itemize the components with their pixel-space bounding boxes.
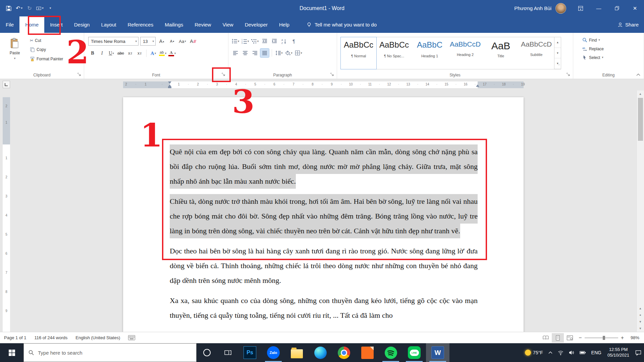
minimize-button[interactable]: — [590,0,608,16]
action-center-button[interactable] [633,343,644,362]
task-view-button[interactable] [217,343,238,362]
clipboard-dialog-launcher[interactable] [76,72,82,77]
font-dialog-launcher[interactable] [221,72,226,77]
word-count-indicator[interactable]: 116 of 244 words [31,335,72,340]
tray-overflow-button[interactable] [546,343,555,362]
bullets-button[interactable]: ▾ [231,37,240,46]
scroll-down-button[interactable]: ▼ [637,325,644,332]
touch-mouse-mode-button[interactable]: ▾ [35,3,45,14]
volume-button[interactable] [566,343,577,362]
styles-scroll-up-button[interactable]: ▲ [554,37,561,48]
clear-formatting-button[interactable]: A [189,37,197,46]
keyboard-indicator[interactable] [124,335,139,340]
ribbon-display-options-button[interactable] [572,0,590,16]
styles-dialog-launcher[interactable] [566,72,571,77]
tab-insert[interactable]: Insert [44,16,68,33]
taskbar-app-chrome[interactable] [332,343,356,362]
zoom-slider[interactable] [585,338,618,338]
align-center-button[interactable] [241,49,250,57]
tell-me-box[interactable]: Tell me what you want to do [307,16,377,33]
hanging-indent-marker[interactable] [168,84,171,87]
taskbar-app-foxit[interactable] [356,343,379,362]
styles-scroll-down-button[interactable]: ▼ [554,48,561,59]
change-case-button[interactable]: Aa▾ [178,37,187,46]
start-button[interactable] [0,343,23,362]
document-paragraph[interactable]: Chiều tà, dòng nước trở thành màu khói t… [170,194,478,238]
select-browse-object-button[interactable]: ● [637,312,644,318]
style-item-no-spacing[interactable]: AaBbCc ¶ No Spac... [376,37,412,69]
avatar[interactable] [555,3,566,14]
styles-more-button[interactable]: ▼̲ [554,58,561,69]
document-page[interactable]: Quê nội của em đẹp bởi có con sông chảy … [123,97,524,332]
save-button[interactable] [4,3,13,14]
share-button[interactable]: Share [618,16,639,33]
horizontal-ruler[interactable]: 2·1·1·2·3·4·5·6·7·8·9·10·11·12·13·14·15·… [123,81,524,88]
close-button[interactable]: ✕ [626,0,644,16]
weather-widget[interactable]: 75°F [522,343,546,362]
taskbar-app-photoshop[interactable]: Ps [238,343,262,362]
tab-mailings[interactable]: Mailings [159,16,189,33]
tab-help[interactable]: Help [273,16,295,33]
tab-review[interactable]: Review [189,16,217,33]
left-indent-marker[interactable] [168,87,171,88]
page-indicator[interactable]: Page 1 of 1 [0,335,31,340]
taskbar-app-file-explorer[interactable] [285,343,309,362]
tab-file[interactable]: File [0,16,19,33]
scroll-up-button[interactable]: ▲ [637,90,644,97]
subscript-button[interactable]: x2 [126,49,135,58]
taskbar-app-zalo[interactable]: Zalo [262,343,285,362]
document-paragraph[interactable]: Dọc theo hai bên bờ sông là hai hàng cây… [170,244,478,288]
document-paragraph[interactable]: Xa xa, sau khúc quanh co của dòng sông, … [170,293,478,323]
style-item-subtitle[interactable]: AaBbCcD Subtitle [519,37,554,69]
multilevel-list-button[interactable]: ▾ [251,37,259,46]
read-mode-button[interactable] [540,333,552,343]
select-button[interactable]: Select ▾ [581,54,644,61]
customize-qat-button[interactable]: ▾ [46,3,55,14]
replace-button[interactable]: ab Replace [581,46,644,52]
taskbar-search[interactable] [23,343,197,362]
next-page-button[interactable]: ▼ [637,318,644,325]
text-effects-button[interactable]: A▾ [149,49,158,58]
grow-font-button[interactable]: A▴ [157,37,166,46]
taskbar-app-line[interactable]: LINE [402,343,426,362]
language-indicator[interactable]: English (United States) [71,335,124,340]
web-layout-button[interactable] [564,333,576,343]
cortana-button[interactable] [197,343,217,362]
superscript-button[interactable]: x2 [135,49,144,58]
style-item-normal[interactable]: AaBbCc ¶ Normal [341,37,376,69]
network-button[interactable] [555,343,566,362]
highlight-button[interactable]: ab ▾ [158,49,167,58]
cut-button[interactable]: ✂Cut [28,38,65,44]
underline-button[interactable]: U▾ [107,49,116,58]
font-size-combo[interactable]: 13 ▾ [140,37,156,46]
tab-view[interactable]: View [217,16,239,33]
paragraph-dialog-launcher[interactable] [329,72,335,77]
shrink-font-button[interactable]: A▾ [168,37,176,46]
zoom-out-button[interactable]: − [576,335,584,341]
clock[interactable]: 12:55 PM 05/10/2021 [604,347,633,358]
copy-button[interactable]: Copy [28,46,65,53]
find-button[interactable]: Find ▾ [581,37,644,43]
show-hide-button[interactable]: ¶ [289,37,298,46]
line-spacing-button[interactable]: ▾ [275,49,283,57]
tab-layout[interactable]: Layout [95,16,122,33]
font-color-button[interactable]: A ▾ [168,49,176,58]
taskbar-app-word[interactable]: W [426,343,449,362]
zoom-level[interactable]: 98% [627,335,644,340]
tab-design[interactable]: Design [68,16,96,33]
collapse-ribbon-button[interactable] [636,73,640,76]
italic-button[interactable]: I [98,49,106,58]
tab-references[interactable]: References [122,16,159,33]
scrollbar-thumb[interactable] [638,98,643,141]
align-left-button[interactable] [231,49,240,57]
style-item-heading1[interactable]: AaBbC Heading 1 [412,37,447,69]
sort-button[interactable]: AZ [280,37,288,46]
paste-button[interactable]: Paste ▾ [4,37,25,62]
bold-button[interactable]: B [88,49,97,58]
zoom-slider-thumb[interactable] [603,336,605,340]
strikethrough-button[interactable]: abe [116,49,125,58]
vertical-ruler[interactable]: 21123456789 [3,90,10,332]
style-item-heading2[interactable]: AaBbCcD Heading 2 [447,37,483,69]
tab-developer[interactable]: Developer [239,16,273,33]
maximize-button[interactable] [608,0,626,16]
